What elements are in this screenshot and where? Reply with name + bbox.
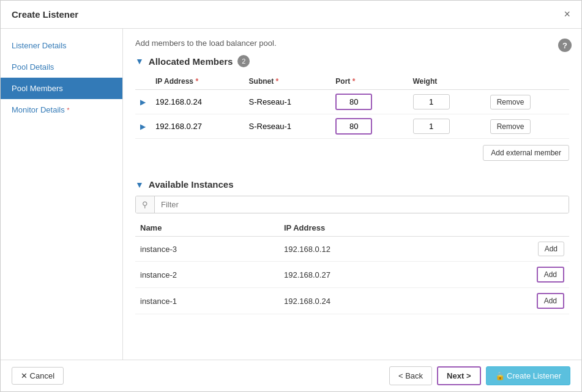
sidebar-item-listener-details[interactable]: Listener Details xyxy=(1,35,122,56)
create-listener-modal: Create Listener × Listener Details Pool … xyxy=(0,0,582,392)
available-instances-table: Name IP Address instance-3 192.168.0.12 … xyxy=(135,220,569,314)
sidebar-item-monitor-details[interactable]: Monitor Details * xyxy=(1,99,122,120)
instances-col-ip: IP Address xyxy=(279,220,453,237)
allocated-chevron-icon: ▼ xyxy=(135,56,144,66)
allocated-members-header[interactable]: ▼ Allocated Members 2 xyxy=(135,55,569,67)
available-instances-header[interactable]: ▼ Available Instances xyxy=(135,179,569,190)
instance-3-ip: 192.168.0.12 xyxy=(279,237,453,262)
instruction-text: Add members to the load balancer pool. xyxy=(135,39,569,48)
expand-row-icon[interactable]: ▶ xyxy=(140,122,146,131)
back-button[interactable]: < Back xyxy=(389,366,432,385)
create-listener-button[interactable]: 🔒 Create Listener xyxy=(486,366,571,385)
add-external-member-button[interactable]: Add external member xyxy=(483,145,569,161)
instance-3-add-button[interactable]: Add xyxy=(538,242,564,256)
member-2-subnet: S-Reseau-1 xyxy=(244,114,331,139)
modal-body: Listener Details Pool Details Pool Membe… xyxy=(1,29,581,360)
help-button[interactable]: ? xyxy=(558,39,572,52)
footer-left: ✕ Cancel xyxy=(12,367,64,385)
cancel-button[interactable]: ✕ Cancel xyxy=(12,367,64,385)
close-button[interactable]: × xyxy=(564,8,570,21)
table-row: ▶ 192.168.0.27 S-Reseau-1 Remove xyxy=(135,114,569,139)
available-instances-title: Available Instances xyxy=(149,179,234,190)
list-item: instance-1 192.168.0.24 Add xyxy=(135,288,569,314)
sidebar: Listener Details Pool Details Pool Membe… xyxy=(1,29,123,360)
footer-right: < Back Next > 🔒 Create Listener xyxy=(389,366,570,385)
modal-title: Create Listener xyxy=(12,9,78,20)
instance-2-name: instance-2 xyxy=(135,262,279,288)
member-1-port-input[interactable] xyxy=(335,94,372,110)
main-content: ? Add members to the load balancer pool.… xyxy=(123,29,581,360)
instance-2-ip: 192.168.0.27 xyxy=(279,262,453,288)
member-1-ip: 192.168.0.24 xyxy=(151,90,244,114)
member-1-remove-button[interactable]: Remove xyxy=(490,95,531,109)
next-button[interactable]: Next > xyxy=(437,366,480,385)
col-header-subnet: Subnet * xyxy=(244,73,331,90)
member-2-weight-input[interactable] xyxy=(413,119,450,134)
allocated-members-count: 2 xyxy=(237,55,250,67)
instance-3-name: instance-3 xyxy=(135,237,279,262)
member-2-ip: 192.168.0.27 xyxy=(151,114,244,139)
list-item: instance-2 192.168.0.27 Add xyxy=(135,262,569,288)
allocated-members-table: IP Address * Subnet * Port * Weight xyxy=(135,73,569,139)
instance-1-ip: 192.168.0.24 xyxy=(279,288,453,314)
col-header-port: Port * xyxy=(330,73,408,90)
member-2-port-input[interactable] xyxy=(335,118,372,135)
col-header-ip: IP Address * xyxy=(151,73,244,90)
instance-2-add-button[interactable]: Add xyxy=(537,267,564,283)
member-1-weight-input[interactable] xyxy=(413,94,450,109)
modal-footer: ✕ Cancel < Back Next > 🔒 Create Listener xyxy=(1,360,581,391)
search-icon: ⚲ xyxy=(136,196,155,213)
available-instances-section: ▼ Available Instances ⚲ Name IP Address xyxy=(135,179,569,314)
expand-row-icon[interactable]: ▶ xyxy=(140,98,146,106)
modal-header: Create Listener × xyxy=(1,1,581,29)
instances-col-name: Name xyxy=(135,220,279,237)
available-chevron-icon: ▼ xyxy=(135,180,144,190)
sidebar-item-pool-members[interactable]: Pool Members xyxy=(1,78,122,99)
allocated-members-title: Allocated Members xyxy=(149,56,233,67)
instance-1-add-button[interactable]: Add xyxy=(537,293,564,309)
required-star: * xyxy=(67,106,69,114)
filter-row: ⚲ xyxy=(135,196,569,213)
sidebar-item-pool-details[interactable]: Pool Details xyxy=(1,56,122,78)
table-row: ▶ 192.168.0.24 S-Reseau-1 Remove xyxy=(135,90,569,114)
list-item: instance-3 192.168.0.12 Add xyxy=(135,237,569,262)
instance-1-name: instance-1 xyxy=(135,288,279,314)
col-header-weight: Weight xyxy=(408,73,485,90)
add-external-wrapper: Add external member xyxy=(135,145,569,173)
filter-input[interactable] xyxy=(155,196,569,213)
member-1-subnet: S-Reseau-1 xyxy=(244,90,331,114)
member-2-remove-button[interactable]: Remove xyxy=(490,119,531,134)
